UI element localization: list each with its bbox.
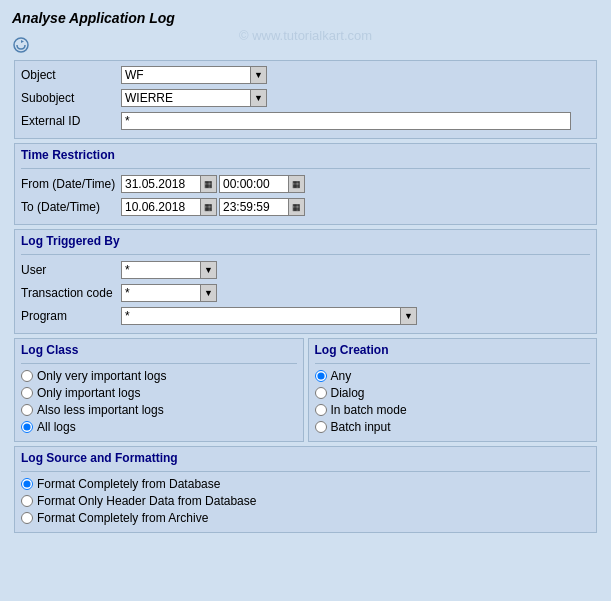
time-restriction-section: Time Restriction From (Date/Time) ▦ ▦ To… [14,143,597,225]
to-label: To (Date/Time) [21,200,121,214]
log-creation-option-2: In batch mode [315,403,591,417]
to-time-picker-btn[interactable]: ▦ [289,198,305,216]
object-label: Object [21,68,121,82]
log-source-radio-2[interactable] [21,512,33,524]
to-date-row: To (Date/Time) ▦ ▦ [21,197,590,217]
class-creation-row: Log Class Only very important logs Only … [14,338,597,442]
log-class-title: Log Class [21,343,297,359]
from-date-input[interactable] [121,175,201,193]
log-creation-label-1: Dialog [331,386,365,400]
toolbar [6,34,605,58]
log-class-label-0: Only very important logs [37,369,166,383]
external-id-row: External ID [21,111,590,131]
log-creation-label-0: Any [331,369,352,383]
transaction-input[interactable] [121,284,201,302]
program-label: Program [21,309,121,323]
user-input[interactable] [121,261,201,279]
log-class-section: Log Class Only very important logs Only … [14,338,304,442]
object-row: Object ▼ [21,65,590,85]
from-time-input[interactable] [219,175,289,193]
from-date-row: From (Date/Time) ▦ ▦ [21,174,590,194]
program-picker-btn[interactable]: ▼ [401,307,417,325]
log-class-option-2: Also less important logs [21,403,297,417]
log-source-label-1: Format Only Header Data from Database [37,494,256,508]
log-class-radio-2[interactable] [21,404,33,416]
subobject-label: Subobject [21,91,121,105]
from-date-picker-btn[interactable]: ▦ [201,175,217,193]
refresh-icon[interactable] [12,36,30,54]
log-class-radio-0[interactable] [21,370,33,382]
log-source-option-1: Format Only Header Data from Database [21,494,590,508]
transaction-row: Transaction code ▼ [21,283,590,303]
external-id-input[interactable] [121,112,571,130]
log-creation-option-0: Any [315,369,591,383]
from-time-picker-btn[interactable]: ▦ [289,175,305,193]
to-time-input[interactable] [219,198,289,216]
log-triggered-section: Log Triggered By User ▼ Transaction code… [14,229,597,334]
log-source-section: Log Source and Formatting Format Complet… [14,446,597,533]
main-window: Analyse Application Log © www.tutorialka… [0,0,611,545]
log-creation-title: Log Creation [315,343,591,359]
subobject-picker-btn[interactable]: ▼ [251,89,267,107]
from-label: From (Date/Time) [21,177,121,191]
log-creation-option-1: Dialog [315,386,591,400]
log-creation-radio-3[interactable] [315,421,327,433]
log-source-title: Log Source and Formatting [21,451,590,467]
log-creation-option-3: Batch input [315,420,591,434]
external-id-label: External ID [21,114,121,128]
log-creation-section: Log Creation Any Dialog In batch mode Ba… [308,338,598,442]
object-input[interactable] [121,66,251,84]
log-source-option-2: Format Completely from Archive [21,511,590,525]
log-class-option-1: Only important logs [21,386,297,400]
log-class-label-3: All logs [37,420,76,434]
log-creation-radio-0[interactable] [315,370,327,382]
title-bar: Analyse Application Log [6,6,605,34]
transaction-picker-btn[interactable]: ▼ [201,284,217,302]
log-source-radio-1[interactable] [21,495,33,507]
to-date-picker-btn[interactable]: ▦ [201,198,217,216]
log-triggered-title: Log Triggered By [21,234,590,250]
subobject-row: Subobject ▼ [21,88,590,108]
log-creation-label-2: In batch mode [331,403,407,417]
user-label: User [21,263,121,277]
object-picker-btn[interactable]: ▼ [251,66,267,84]
log-class-label-1: Only important logs [37,386,140,400]
log-creation-radio-2[interactable] [315,404,327,416]
page-title: Analyse Application Log [12,10,175,26]
transaction-label: Transaction code [21,286,121,300]
log-creation-radio-1[interactable] [315,387,327,399]
program-input[interactable] [121,307,401,325]
user-picker-btn[interactable]: ▼ [201,261,217,279]
log-class-radio-3[interactable] [21,421,33,433]
log-source-label-2: Format Completely from Archive [37,511,208,525]
log-class-label-2: Also less important logs [37,403,164,417]
time-restriction-title: Time Restriction [21,148,590,164]
log-source-radio-0[interactable] [21,478,33,490]
log-class-option-0: Only very important logs [21,369,297,383]
log-source-option-0: Format Completely from Database [21,477,590,491]
log-source-label-0: Format Completely from Database [37,477,220,491]
form-area: Object ▼ Subobject ▼ External ID Time Re… [6,58,605,539]
user-row: User ▼ [21,260,590,280]
log-class-radio-1[interactable] [21,387,33,399]
log-creation-label-3: Batch input [331,420,391,434]
program-row: Program ▼ [21,306,590,326]
log-class-option-3: All logs [21,420,297,434]
to-date-input[interactable] [121,198,201,216]
subobject-input[interactable] [121,89,251,107]
